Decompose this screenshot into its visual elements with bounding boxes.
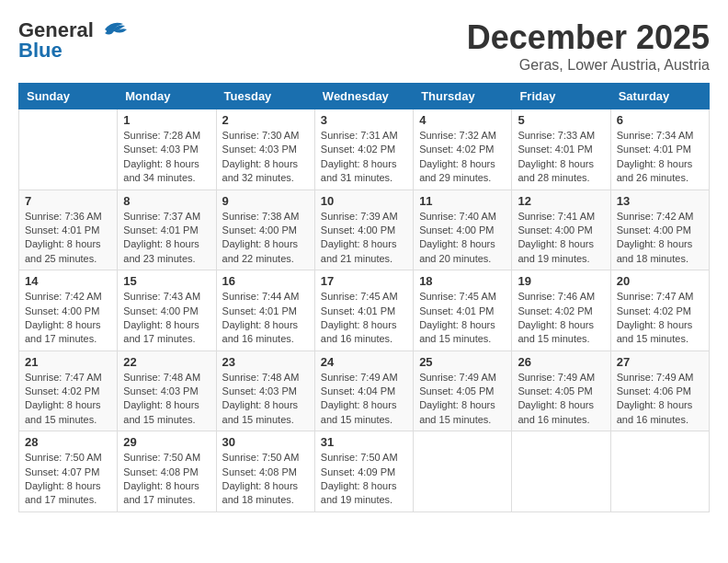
calendar-header-friday: Friday bbox=[512, 84, 610, 109]
calendar-cell: 22Sunrise: 7:48 AMSunset: 4:03 PMDayligh… bbox=[118, 350, 216, 431]
calendar-week-3: 14Sunrise: 7:42 AMSunset: 4:00 PMDayligh… bbox=[19, 270, 710, 351]
day-info: Sunrise: 7:47 AMSunset: 4:02 PMDaylight:… bbox=[25, 371, 111, 428]
day-info: Sunrise: 7:45 AMSunset: 4:01 PMDaylight:… bbox=[419, 290, 506, 347]
day-info: Sunrise: 7:36 AMSunset: 4:01 PMDaylight:… bbox=[25, 210, 111, 267]
calendar-cell: 1Sunrise: 7:28 AMSunset: 4:03 PMDaylight… bbox=[118, 109, 216, 190]
day-info: Sunrise: 7:50 AMSunset: 4:09 PMDaylight:… bbox=[321, 451, 407, 508]
day-info: Sunrise: 7:44 AMSunset: 4:01 PMDaylight:… bbox=[222, 290, 309, 347]
calendar-cell: 9Sunrise: 7:38 AMSunset: 4:00 PMDaylight… bbox=[216, 190, 314, 270]
day-info: Sunrise: 7:40 AMSunset: 4:00 PMDaylight:… bbox=[419, 210, 506, 267]
day-info: Sunrise: 7:32 AMSunset: 4:02 PMDaylight:… bbox=[419, 129, 506, 186]
day-info: Sunrise: 7:38 AMSunset: 4:00 PMDaylight:… bbox=[222, 210, 309, 267]
calendar-cell: 27Sunrise: 7:49 AMSunset: 4:06 PMDayligh… bbox=[610, 350, 709, 431]
day-number: 12 bbox=[518, 194, 604, 208]
day-number: 4 bbox=[419, 113, 506, 127]
calendar-header-thursday: Thursday bbox=[414, 84, 512, 109]
day-number: 13 bbox=[617, 194, 703, 208]
day-info: Sunrise: 7:50 AMSunset: 4:08 PMDaylight:… bbox=[123, 451, 210, 508]
calendar-table: SundayMondayTuesdayWednesdayThursdayFrid… bbox=[18, 83, 710, 512]
day-number: 9 bbox=[222, 194, 309, 208]
calendar-cell bbox=[414, 431, 512, 512]
day-info: Sunrise: 7:42 AMSunset: 4:00 PMDaylight:… bbox=[617, 210, 703, 267]
calendar-cell: 26Sunrise: 7:49 AMSunset: 4:05 PMDayligh… bbox=[512, 350, 610, 431]
logo-bird-icon bbox=[97, 20, 127, 40]
day-number: 19 bbox=[518, 274, 604, 288]
day-info: Sunrise: 7:41 AMSunset: 4:00 PMDaylight:… bbox=[518, 210, 604, 267]
day-info: Sunrise: 7:50 AMSunset: 4:07 PMDaylight:… bbox=[25, 451, 111, 508]
day-number: 25 bbox=[419, 355, 506, 369]
location-title: Geras, Lower Austria, Austria bbox=[467, 57, 710, 74]
logo-text-blue: Blue bbox=[18, 39, 63, 63]
calendar-cell bbox=[19, 109, 118, 190]
calendar-cell: 18Sunrise: 7:45 AMSunset: 4:01 PMDayligh… bbox=[414, 270, 512, 351]
day-number: 18 bbox=[419, 274, 506, 288]
day-info: Sunrise: 7:37 AMSunset: 4:01 PMDaylight:… bbox=[123, 210, 210, 267]
calendar-header-tuesday: Tuesday bbox=[216, 84, 314, 109]
calendar-cell: 14Sunrise: 7:42 AMSunset: 4:00 PMDayligh… bbox=[19, 270, 118, 351]
calendar-cell: 24Sunrise: 7:49 AMSunset: 4:04 PMDayligh… bbox=[314, 350, 413, 431]
day-number: 27 bbox=[617, 355, 703, 369]
calendar-week-5: 28Sunrise: 7:50 AMSunset: 4:07 PMDayligh… bbox=[19, 431, 710, 512]
calendar-cell: 20Sunrise: 7:47 AMSunset: 4:02 PMDayligh… bbox=[610, 270, 709, 351]
day-number: 26 bbox=[518, 355, 604, 369]
day-info: Sunrise: 7:48 AMSunset: 4:03 PMDaylight:… bbox=[222, 371, 309, 428]
day-info: Sunrise: 7:30 AMSunset: 4:03 PMDaylight:… bbox=[222, 129, 309, 186]
day-number: 7 bbox=[25, 194, 111, 208]
calendar-week-4: 21Sunrise: 7:47 AMSunset: 4:02 PMDayligh… bbox=[19, 350, 710, 431]
day-number: 15 bbox=[123, 274, 210, 288]
day-info: Sunrise: 7:49 AMSunset: 4:04 PMDaylight:… bbox=[321, 371, 407, 428]
day-number: 16 bbox=[222, 274, 309, 288]
day-number: 29 bbox=[123, 435, 210, 449]
day-info: Sunrise: 7:33 AMSunset: 4:01 PMDaylight:… bbox=[518, 129, 604, 186]
calendar-cell: 21Sunrise: 7:47 AMSunset: 4:02 PMDayligh… bbox=[19, 350, 118, 431]
day-number: 10 bbox=[321, 194, 407, 208]
calendar-week-2: 7Sunrise: 7:36 AMSunset: 4:01 PMDaylight… bbox=[19, 190, 710, 270]
calendar-cell: 2Sunrise: 7:30 AMSunset: 4:03 PMDaylight… bbox=[216, 109, 314, 190]
day-info: Sunrise: 7:46 AMSunset: 4:02 PMDaylight:… bbox=[518, 290, 604, 347]
day-info: Sunrise: 7:28 AMSunset: 4:03 PMDaylight:… bbox=[123, 129, 210, 186]
day-info: Sunrise: 7:42 AMSunset: 4:00 PMDaylight:… bbox=[25, 290, 111, 347]
calendar-cell: 7Sunrise: 7:36 AMSunset: 4:01 PMDaylight… bbox=[19, 190, 118, 270]
calendar-cell: 31Sunrise: 7:50 AMSunset: 4:09 PMDayligh… bbox=[314, 431, 413, 512]
day-number: 24 bbox=[321, 355, 407, 369]
day-number: 28 bbox=[25, 435, 111, 449]
day-info: Sunrise: 7:45 AMSunset: 4:01 PMDaylight:… bbox=[321, 290, 407, 347]
calendar-cell: 29Sunrise: 7:50 AMSunset: 4:08 PMDayligh… bbox=[118, 431, 216, 512]
day-number: 20 bbox=[617, 274, 703, 288]
calendar-cell: 30Sunrise: 7:50 AMSunset: 4:08 PMDayligh… bbox=[216, 431, 314, 512]
day-number: 30 bbox=[222, 435, 309, 449]
calendar-cell: 28Sunrise: 7:50 AMSunset: 4:07 PMDayligh… bbox=[19, 431, 118, 512]
calendar-cell: 11Sunrise: 7:40 AMSunset: 4:00 PMDayligh… bbox=[414, 190, 512, 270]
calendar-cell: 15Sunrise: 7:43 AMSunset: 4:00 PMDayligh… bbox=[118, 270, 216, 351]
calendar-header-sunday: Sunday bbox=[19, 84, 118, 109]
day-number: 21 bbox=[25, 355, 111, 369]
calendar-cell: 19Sunrise: 7:46 AMSunset: 4:02 PMDayligh… bbox=[512, 270, 610, 351]
calendar-cell: 12Sunrise: 7:41 AMSunset: 4:00 PMDayligh… bbox=[512, 190, 610, 270]
calendar-cell: 3Sunrise: 7:31 AMSunset: 4:02 PMDaylight… bbox=[314, 109, 413, 190]
calendar-cell bbox=[610, 431, 709, 512]
day-info: Sunrise: 7:50 AMSunset: 4:08 PMDaylight:… bbox=[222, 451, 309, 508]
calendar-week-1: 1Sunrise: 7:28 AMSunset: 4:03 PMDaylight… bbox=[19, 109, 710, 190]
day-info: Sunrise: 7:47 AMSunset: 4:02 PMDaylight:… bbox=[617, 290, 703, 347]
calendar-header-monday: Monday bbox=[118, 84, 216, 109]
calendar-cell: 23Sunrise: 7:48 AMSunset: 4:03 PMDayligh… bbox=[216, 350, 314, 431]
day-number: 22 bbox=[123, 355, 210, 369]
calendar-cell: 17Sunrise: 7:45 AMSunset: 4:01 PMDayligh… bbox=[314, 270, 413, 351]
calendar-cell: 25Sunrise: 7:49 AMSunset: 4:05 PMDayligh… bbox=[414, 350, 512, 431]
day-info: Sunrise: 7:34 AMSunset: 4:01 PMDaylight:… bbox=[617, 129, 703, 186]
page-header: General Blue December 2025 Geras, Lower … bbox=[18, 18, 710, 74]
day-number: 8 bbox=[123, 194, 210, 208]
day-number: 23 bbox=[222, 355, 309, 369]
day-info: Sunrise: 7:49 AMSunset: 4:06 PMDaylight:… bbox=[617, 371, 703, 428]
calendar-cell: 10Sunrise: 7:39 AMSunset: 4:00 PMDayligh… bbox=[314, 190, 413, 270]
day-number: 3 bbox=[321, 113, 407, 127]
day-info: Sunrise: 7:49 AMSunset: 4:05 PMDaylight:… bbox=[419, 371, 506, 428]
day-info: Sunrise: 7:48 AMSunset: 4:03 PMDaylight:… bbox=[123, 371, 210, 428]
day-info: Sunrise: 7:43 AMSunset: 4:00 PMDaylight:… bbox=[123, 290, 210, 347]
calendar-header-wednesday: Wednesday bbox=[314, 84, 413, 109]
day-number: 17 bbox=[321, 274, 407, 288]
calendar-cell: 16Sunrise: 7:44 AMSunset: 4:01 PMDayligh… bbox=[216, 270, 314, 351]
day-number: 31 bbox=[321, 435, 407, 449]
calendar-header-saturday: Saturday bbox=[610, 84, 709, 109]
calendar-cell: 8Sunrise: 7:37 AMSunset: 4:01 PMDaylight… bbox=[118, 190, 216, 270]
